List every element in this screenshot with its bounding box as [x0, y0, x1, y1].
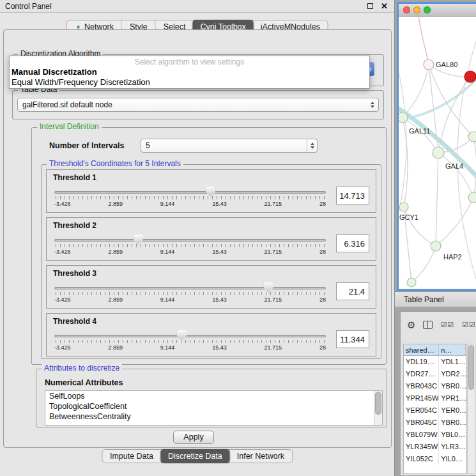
- tab-impute-data[interactable]: Impute Data: [102, 450, 161, 463]
- scale-tick-label: 15.43: [212, 344, 227, 351]
- columns-icon[interactable]: [423, 321, 433, 329]
- network-edge: [473, 137, 476, 197]
- threshold-value-field[interactable]: 21.4: [336, 282, 369, 300]
- table-scrollbar-thumb[interactable]: [468, 345, 474, 390]
- attribute-item[interactable]: SelfLoops: [45, 391, 382, 401]
- table-cell: YLR3…: [439, 441, 466, 453]
- table-row[interactable]: YBR045CYBR0…: [404, 417, 466, 429]
- threshold-label: Threshold 3: [53, 269, 96, 278]
- attribute-item[interactable]: BetweennessCentrality: [45, 411, 382, 422]
- scale-tick-label: -3.426: [54, 344, 71, 351]
- table-cell: YPR145W: [404, 392, 439, 404]
- spinner-arrows-icon[interactable]: [307, 139, 317, 152]
- table-cell: YDR27…: [404, 368, 439, 380]
- table-cell: YDR2…: [439, 368, 466, 380]
- network-edge: [403, 118, 408, 207]
- close-traffic-icon[interactable]: [403, 6, 410, 13]
- table-panel-titlebar[interactable]: Table Panel: [395, 291, 476, 307]
- threshold-value-field[interactable]: 14.713: [336, 187, 369, 204]
- network-canvas[interactable]: GAL80GAL11GAL4GCY1HAP2: [399, 17, 476, 289]
- network-node[interactable]: [424, 59, 434, 70]
- slider-thumb[interactable]: [177, 330, 187, 341]
- scale-tick-label: 21.715: [265, 249, 282, 255]
- tab-impute-data-label: Impute Data: [110, 449, 153, 463]
- combobox-arrows-icon: [368, 102, 378, 108]
- scale-tick-label: -3.426: [54, 296, 71, 303]
- close-icon[interactable]: ✕: [381, 2, 388, 10]
- network-node[interactable]: [468, 132, 476, 142]
- threshold-value-field[interactable]: 6.316: [336, 234, 369, 252]
- table-row[interactable]: YBL079WYBL0…: [404, 429, 466, 441]
- threshold-value-field[interactable]: 11.344: [336, 330, 369, 348]
- table-cell: YLR345W: [404, 441, 439, 453]
- interval-definition-group-title: Interval Definition: [37, 123, 102, 131]
- number-of-intervals-spinner[interactable]: 5: [141, 139, 318, 153]
- select-rows-icon[interactable]: ☑☑: [462, 321, 476, 328]
- control-panel-titlebar: Control Panel ✕: [0, 0, 394, 13]
- table-row[interactable]: YER054CYER0…: [404, 404, 466, 417]
- slider-groove: [54, 287, 326, 289]
- network-node[interactable]: [407, 278, 416, 287]
- list-scrollbar-thumb[interactable]: [375, 392, 381, 415]
- threshold-slider[interactable]: -3.4262.8599.14415.4321.71528: [54, 330, 326, 355]
- slider-thumb[interactable]: [134, 234, 143, 245]
- scale-tick-label: 2.859: [108, 296, 123, 303]
- table-header-cell[interactable]: shared…: [404, 344, 439, 355]
- slider-row: -3.4262.8599.14415.4321.715286.316: [54, 234, 369, 259]
- scale-tick-label: 21.715: [265, 296, 282, 303]
- numerical-attributes-list[interactable]: SelfLoopsTopologicalCoefficientBetweenne…: [45, 390, 383, 426]
- slider-ticks: [56, 244, 325, 247]
- threshold-slider[interactable]: -3.4262.8599.14415.4321.71528: [54, 234, 326, 259]
- tab-discretize-data[interactable]: Discretize Data: [160, 449, 230, 463]
- table-scrollbar[interactable]: [467, 344, 475, 474]
- select-columns-icon[interactable]: ☑☑: [440, 321, 454, 328]
- window-title: Control Panel: [5, 0, 52, 13]
- table-row[interactable]: YPR145WYPR1…: [404, 392, 466, 404]
- table-row[interactable]: YDL19…YDL1…: [404, 356, 466, 368]
- scale-tick-label: -3.426: [54, 249, 71, 255]
- apply-button[interactable]: Apply: [173, 431, 214, 444]
- thresholds-group-title: Threshold's Coordinates for 5 Intervals: [47, 160, 183, 168]
- table-panel-title: Table Panel: [404, 295, 444, 304]
- network-edge: [436, 197, 473, 246]
- table-data-selected-value: galFiltered.sif default node: [22, 100, 112, 109]
- threshold-slider[interactable]: -3.4262.8599.14415.4321.71528: [54, 187, 326, 211]
- table-row[interactable]: YBR043CYBR0…: [404, 380, 466, 392]
- network-node[interactable]: [399, 112, 408, 123]
- scale-tick-label: 28: [319, 201, 326, 207]
- scale-tick-label: 28: [319, 249, 326, 255]
- network-node[interactable]: [468, 192, 476, 203]
- dropdown-option-manual-discretization[interactable]: Manual Discretization: [10, 67, 369, 77]
- number-of-intervals-value: 5: [146, 141, 150, 150]
- scale-tick-label: 21.715: [265, 201, 282, 207]
- threshold-panel: Threshold 4-3.4262.8599.14415.4321.71528…: [46, 313, 376, 357]
- attributes-group-title: Attributes to discretize: [42, 364, 122, 372]
- table-header-cell[interactable]: n…: [439, 344, 466, 355]
- algorithm-dropdown-popup: Select algorithm to view settings Manual…: [9, 56, 370, 89]
- float-window-icon[interactable]: [367, 3, 373, 9]
- minimize-traffic-icon[interactable]: [413, 6, 420, 13]
- threshold-slider[interactable]: -3.4262.8599.14415.4321.71528: [54, 282, 326, 307]
- network-node[interactable]: [464, 71, 476, 82]
- threshold-panel: Threshold 1-3.4262.8599.14415.4321.71528…: [46, 169, 376, 213]
- table-data-combobox[interactable]: galFiltered.sif default node: [17, 98, 379, 112]
- network-window-titlebar[interactable]: [399, 4, 476, 17]
- tab-infer-network[interactable]: Infer Network: [229, 450, 292, 463]
- network-node[interactable]: [433, 147, 444, 158]
- network-node[interactable]: [431, 241, 441, 251]
- slider-thumb[interactable]: [206, 187, 215, 197]
- attribute-item[interactable]: TopologicalCoefficient: [45, 401, 382, 411]
- table-row[interactable]: YLR345WYLR3…: [404, 441, 466, 453]
- table-row[interactable]: YDR27…YDR2…: [404, 368, 466, 380]
- zoom-traffic-icon[interactable]: [424, 6, 431, 13]
- list-scrollbar[interactable]: [374, 391, 382, 425]
- gear-icon[interactable]: ⚙: [407, 320, 415, 330]
- table-row[interactable]: YIL052CYIL0…: [404, 453, 466, 465]
- dropdown-option-equal-width-frequency[interactable]: Equal Width/Frequency Discretization: [10, 77, 369, 88]
- table-cell: YBR0…: [439, 417, 466, 429]
- table-cell: YDL19…: [404, 356, 439, 368]
- slider-ticks: [56, 292, 325, 295]
- slider-thumb[interactable]: [264, 282, 273, 293]
- network-node[interactable]: [399, 203, 408, 211]
- threshold-label: Threshold 1: [53, 173, 96, 182]
